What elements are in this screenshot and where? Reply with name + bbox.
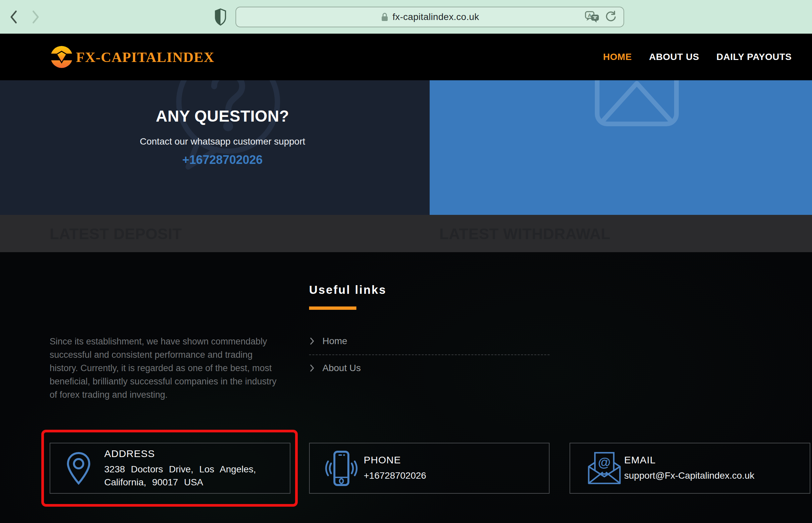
reload-icon[interactable] bbox=[605, 11, 617, 23]
screenshot-root: fx-capitalindex.co.uk A bbox=[0, 0, 812, 523]
latest-deposit-heading: LATEST DEPOSIT bbox=[50, 225, 182, 243]
brand-logo-icon bbox=[50, 45, 73, 69]
browser-forward-button[interactable] bbox=[29, 9, 42, 25]
question-subtitle: Contact our whatsapp customer support bbox=[100, 136, 345, 147]
map-pin-icon bbox=[65, 451, 92, 485]
lock-icon bbox=[381, 12, 389, 22]
shield-icon bbox=[214, 8, 227, 26]
address-bar[interactable]: fx-capitalindex.co.uk A bbox=[236, 7, 624, 27]
phone-card-title: PHONE bbox=[364, 454, 426, 466]
chevron-right-icon bbox=[309, 363, 315, 373]
address-line-1: 3238 Doctors Drive, Los Angeles, bbox=[104, 463, 256, 476]
whatsapp-support-panel: ANY QUESTION? Contact our whatsapp custo… bbox=[0, 80, 430, 215]
site-header: FX-CAPITALINDEX HOME ABOUT US DAILY PAYO… bbox=[0, 34, 812, 80]
browser-back-button[interactable] bbox=[7, 9, 21, 25]
translate-icon[interactable]: A bbox=[585, 11, 599, 23]
menu-item-about-us[interactable]: ABOUT US bbox=[649, 52, 699, 62]
main-menu: HOME ABOUT US DAILY PAYOUTS bbox=[603, 34, 792, 80]
footer-link-about-us[interactable]: About Us bbox=[309, 363, 361, 374]
latest-activity-band: LATEST DEPOSIT LATEST WITHDRAWAL bbox=[0, 215, 812, 252]
address-card: ADDRESS 3238 Doctors Drive, Los Angeles,… bbox=[50, 443, 291, 494]
menu-item-home[interactable]: HOME bbox=[603, 52, 632, 62]
smartphone-icon bbox=[325, 450, 358, 487]
svg-text:A: A bbox=[588, 12, 591, 18]
links-divider bbox=[309, 355, 550, 355]
envelope-at-icon: @ bbox=[585, 450, 624, 487]
useful-links-title: Useful links bbox=[309, 283, 386, 296]
email-card-title: EMAIL bbox=[624, 454, 754, 466]
latest-withdrawal-heading: LATEST WITHDRAWAL bbox=[439, 225, 610, 243]
svg-text:@: @ bbox=[598, 455, 611, 469]
chevron-right-icon bbox=[29, 9, 42, 25]
question-title: ANY QUESTION? bbox=[100, 107, 345, 125]
chevron-left-icon bbox=[7, 9, 21, 25]
company-description: Since its establishment, we have shown c… bbox=[50, 335, 283, 401]
page-footer: Since its establishment, we have shown c… bbox=[0, 252, 812, 523]
whatsapp-phone-link[interactable]: +16728702026 bbox=[100, 153, 345, 167]
url-text: fx-capitalindex.co.uk bbox=[393, 12, 479, 22]
address-card-title: ADDRESS bbox=[104, 448, 256, 459]
email-card: @ EMAIL support@Fx-Capitalindex.co.uk bbox=[570, 443, 810, 494]
brand-logo[interactable]: FX-CAPITALINDEX bbox=[50, 34, 215, 80]
useful-links-underline bbox=[309, 306, 356, 310]
menu-item-daily-payouts[interactable]: DAILY PAYOUTS bbox=[716, 52, 792, 62]
address-line-2: California, 90017 USA bbox=[104, 476, 256, 489]
phone-number: +16728702026 bbox=[364, 469, 426, 482]
brand-name: FX-CAPITALINDEX bbox=[76, 49, 215, 65]
envelope-faint-icon bbox=[594, 80, 680, 127]
email-address: support@Fx-Capitalindex.co.uk bbox=[624, 469, 754, 482]
chevron-right-icon bbox=[309, 337, 315, 346]
phone-card: PHONE +16728702026 bbox=[309, 443, 550, 494]
browser-toolbar: fx-capitalindex.co.uk A bbox=[0, 0, 812, 34]
email-support-panel: EMAIL SUPPORT Send an email to our suppo… bbox=[430, 80, 812, 215]
support-section: ANY QUESTION? Contact our whatsapp custo… bbox=[0, 80, 812, 215]
footer-link-home[interactable]: Home bbox=[309, 336, 347, 346]
privacy-shield-button[interactable] bbox=[214, 8, 227, 26]
chat-question-icon bbox=[168, 80, 288, 190]
